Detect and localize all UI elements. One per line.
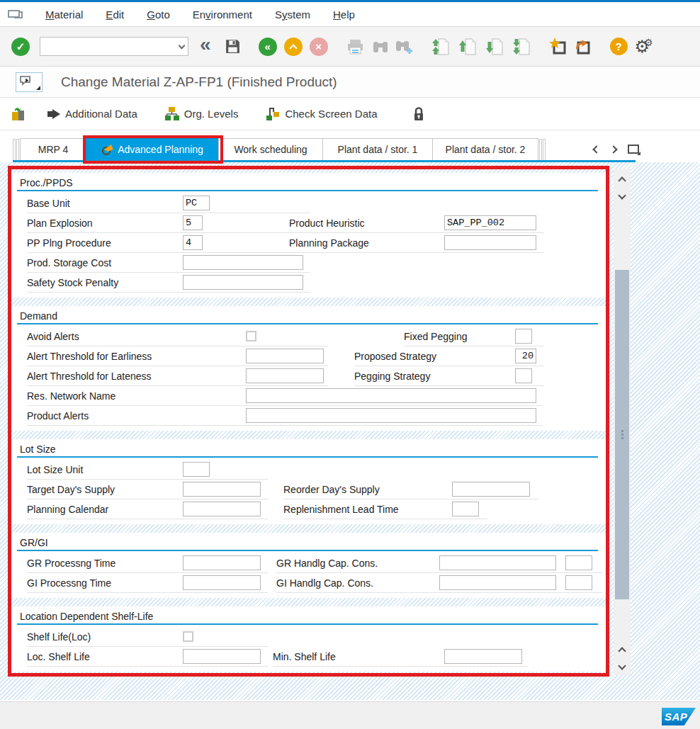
menu-help[interactable]: Help (322, 6, 366, 23)
lock-icon (410, 106, 427, 122)
check-screen-data-button[interactable]: Check Screen Data (265, 106, 377, 121)
scroll-down-bottom-icon[interactable] (614, 659, 631, 674)
scroll-down-icon[interactable] (614, 188, 631, 204)
field-label: Target Day's Supply (27, 484, 183, 495)
scrollbar-grip (621, 430, 623, 439)
menu-edit[interactable]: Edit (94, 6, 135, 23)
planning-package-field[interactable] (444, 235, 536, 250)
group-title: Demand (17, 309, 598, 324)
back-chevrons-icon[interactable]: « (200, 33, 211, 56)
ppds-gear-icon (101, 144, 113, 156)
shelf-life-loc-checkbox[interactable] (183, 631, 193, 642)
hidden-tabs-right (543, 139, 546, 160)
scroll-up-bottom-icon[interactable] (614, 642, 631, 657)
field-label: Res. Network Name (27, 390, 246, 402)
tab-mrp-4[interactable]: MRP 4 (20, 138, 86, 160)
previous-page-icon[interactable] (458, 38, 477, 56)
form-row: Alert Threshold for Earliness Proposed S… (27, 346, 602, 366)
next-page-icon[interactable] (485, 38, 504, 56)
tab-scroll-right-icon[interactable] (609, 145, 617, 153)
menu-system[interactable]: System (264, 6, 322, 23)
group-demand: Demand Avoid Alerts Fixed Pegging Alert … (11, 306, 606, 431)
customize-layout-icon[interactable]: ⚙⚙ (635, 39, 653, 55)
generate-shortcut-icon[interactable] (573, 38, 592, 56)
cancel-icon[interactable]: × (310, 38, 328, 56)
advanced-planning-form: Proc./PPDS Base Unit Plan Explosion Prod… (11, 169, 606, 673)
field-label: Plan Explosion (27, 217, 183, 229)
product-alerts-field[interactable] (246, 408, 536, 423)
prod-storage-cost-field[interactable] (183, 255, 303, 270)
print-icon[interactable] (346, 38, 365, 55)
gi-handlg-cap-cons-field[interactable] (439, 575, 556, 590)
command-field[interactable] (40, 37, 188, 56)
group-title: Lot Size (17, 442, 598, 458)
gui-services-icon[interactable] (16, 72, 43, 92)
help-icon[interactable]: ? (610, 38, 628, 55)
application-toolbar: Additional Data Org. Levels Check Screen… (0, 98, 700, 130)
fixed-pegging-field[interactable] (515, 329, 532, 344)
pp-plng-procedure-field[interactable] (183, 235, 203, 250)
last-page-icon[interactable] (512, 38, 531, 56)
menu-environment[interactable]: Environment (181, 6, 264, 23)
gi-handlg-cap-unit-field[interactable] (565, 575, 592, 590)
field-label: Loc. Shelf Life (27, 651, 183, 662)
hidden-tabs-left (16, 139, 19, 160)
planning-calendar-field[interactable] (183, 502, 261, 516)
page-title: Change Material Z-AP-FP1 (Finished Produ… (61, 74, 337, 90)
safety-stock-penalty-field[interactable] (183, 275, 303, 290)
field-label: Pegging Strategy (354, 371, 515, 382)
min-shelf-life-field[interactable] (444, 649, 522, 664)
avoid-alerts-checkbox[interactable] (246, 331, 256, 341)
tab-plant-data-stor-2[interactable]: Plant data / stor. 2 (432, 138, 538, 160)
scroll-up-icon[interactable] (614, 171, 631, 187)
product-heuristic-field[interactable] (444, 215, 536, 230)
additional-data-button[interactable]: Additional Data (47, 108, 137, 120)
group-title: Proc./PPDS (17, 176, 598, 191)
scrollbar-thumb[interactable] (615, 270, 629, 599)
alert-threshold-earliness-field[interactable] (246, 349, 324, 363)
pegging-strategy-field[interactable] (515, 368, 532, 383)
tab-plant-data-stor-1[interactable]: Plant data / stor. 1 (322, 138, 433, 160)
gr-handlg-cap-unit-field[interactable] (565, 555, 592, 570)
system-menu-icon[interactable] (7, 8, 24, 21)
find-icon[interactable] (372, 38, 389, 55)
base-unit-field[interactable] (183, 196, 210, 210)
org-levels-button[interactable]: Org. Levels (164, 106, 239, 121)
replenishment-lead-time-field[interactable] (452, 502, 479, 516)
new-session-icon[interactable] (549, 38, 568, 56)
tab-advanced-planning[interactable]: Advanced Planning (86, 138, 219, 160)
back-circle-icon[interactable]: « (259, 38, 277, 56)
gi-processing-time-field[interactable] (183, 575, 261, 590)
content-scrollbar[interactable] (614, 169, 631, 675)
menu-material[interactable]: Material (34, 6, 94, 23)
proposed-strategy-field[interactable] (515, 349, 536, 363)
tab-scroll-left-icon[interactable] (592, 145, 600, 153)
gr-handlg-cap-cons-field[interactable] (439, 555, 556, 570)
exit-icon[interactable] (284, 38, 303, 56)
hidden-tabs-right (539, 139, 542, 160)
field-label: Base Unit (27, 198, 183, 209)
alert-threshold-lateness-field[interactable] (246, 368, 324, 383)
tab-work-scheduling[interactable]: Work scheduling (218, 138, 323, 160)
res-network-name-field[interactable] (246, 388, 536, 403)
hidden-tabs-left (13, 139, 16, 160)
find-next-icon[interactable] (395, 38, 413, 55)
tab-strip: MRP 4 Advanced Planning Work scheduling … (0, 130, 700, 162)
group-title: GR/GI (17, 536, 598, 551)
tab-overview-icon[interactable] (628, 145, 639, 154)
plan-explosion-field[interactable] (183, 215, 203, 230)
display-change-toggle-button[interactable] (10, 106, 27, 123)
group-title: Location Dependent Shelf-Life (17, 609, 598, 625)
first-page-icon[interactable] (431, 38, 450, 56)
gr-processing-time-field[interactable] (183, 555, 261, 570)
enter-icon[interactable]: ✓ (11, 38, 30, 56)
save-icon[interactable] (224, 38, 242, 55)
field-label: PP Plng Procedure (27, 237, 183, 249)
field-label: Avoid Alerts (27, 331, 246, 342)
menu-goto[interactable]: Goto (135, 6, 181, 23)
reorder-days-supply-field[interactable] (452, 482, 530, 497)
target-days-supply-field[interactable] (183, 482, 261, 497)
loc-shelf-life-field[interactable] (183, 649, 261, 664)
field-label: Alert Threshold for Lateness (27, 371, 246, 382)
lot-size-unit-field[interactable] (183, 462, 210, 477)
